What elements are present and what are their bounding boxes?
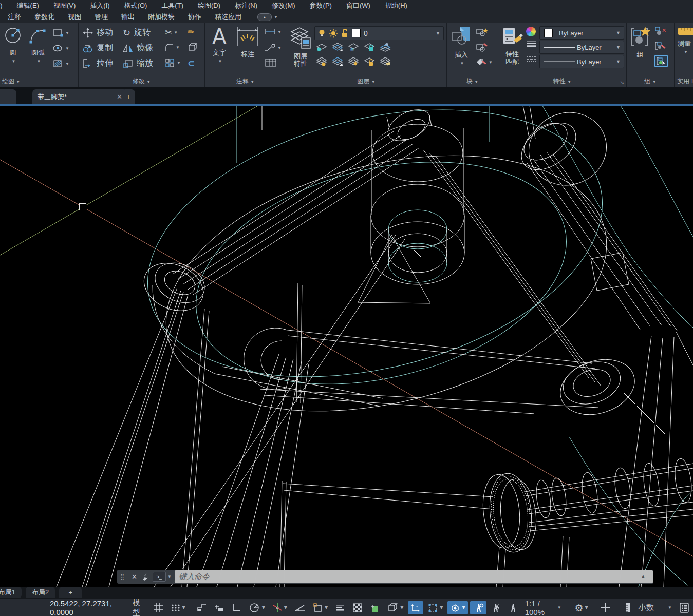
menu-edit[interactable]: 编辑(E) xyxy=(10,1,46,10)
ribbon-collapse-button[interactable]: ▲ xyxy=(257,13,272,21)
selection-filter-icon[interactable]: ▼ xyxy=(425,601,445,614)
new-layout-button[interactable]: + xyxy=(59,587,82,598)
explode-button[interactable] xyxy=(188,43,198,52)
menu-parametric[interactable]: 参数(P) xyxy=(303,1,339,10)
transparency-icon[interactable] xyxy=(350,601,365,614)
menu-modify[interactable]: 修改(M) xyxy=(265,1,303,10)
grid-icon[interactable] xyxy=(151,601,166,614)
ellipse-tool-button[interactable]: ▼ xyxy=(52,44,69,53)
menu-draw[interactable]: 绘图(D) xyxy=(191,1,228,10)
units-dropdown[interactable]: 小数▼ xyxy=(636,601,675,614)
lineweight-list-icon[interactable] xyxy=(526,41,536,49)
edit-group-button[interactable] xyxy=(654,41,667,51)
menu-format[interactable]: 格式(O) xyxy=(117,1,155,10)
layer-tools-row-1[interactable]: ❆ xyxy=(316,43,391,52)
arc-button[interactable]: 圆弧 ▼ xyxy=(27,26,49,64)
leader-button[interactable]: ▼ xyxy=(265,44,282,52)
object-snap-tracking-icon[interactable] xyxy=(292,601,308,614)
annotation-autoscale-icon[interactable] xyxy=(489,601,504,614)
panel-label-draw[interactable]: 绘图 ▼ xyxy=(0,77,80,86)
model-space-button[interactable]: 模型 xyxy=(130,601,148,614)
dynamic-input-icon[interactable] xyxy=(212,601,227,614)
circle-button[interactable]: 圆 ▼ xyxy=(2,26,24,64)
infer-constraints-icon[interactable] xyxy=(194,601,210,614)
tab-addins[interactable]: 附加模块 xyxy=(141,12,181,22)
tab-view[interactable]: 视图 xyxy=(61,12,88,22)
insert-button[interactable]: 插入 ▼ xyxy=(449,26,473,66)
group-selection-toggle[interactable] xyxy=(654,55,668,67)
create-block-button[interactable] xyxy=(476,27,488,37)
workspace-gear-icon[interactable]: ⚙▼ xyxy=(572,601,591,614)
trim-button[interactable]: ✂▼ xyxy=(165,27,178,37)
color-wheel-icon[interactable] xyxy=(526,27,536,36)
menu-view[interactable]: 视图(V) xyxy=(46,1,83,10)
match-properties-button[interactable]: 特性匹配 xyxy=(500,26,524,65)
top-stub[interactable] xyxy=(262,106,535,147)
panel-label-annotation[interactable]: 注释 ▼ xyxy=(205,77,286,86)
customization-icon[interactable] xyxy=(677,601,692,614)
menu-insert[interactable]: 插入(I) xyxy=(83,1,117,10)
tab-parametric[interactable]: 参数化 xyxy=(28,12,61,22)
fillet-button[interactable]: ▼ xyxy=(165,43,180,52)
copy-button[interactable]: 复制 xyxy=(83,43,113,53)
command-expand-icon[interactable]: ▲ xyxy=(641,573,646,579)
right-lug[interactable] xyxy=(553,351,665,434)
menu-tools[interactable]: 工具(T) xyxy=(154,1,191,10)
layer-tools-row-2[interactable] xyxy=(316,57,391,66)
snap-mode-icon[interactable]: ▼ xyxy=(168,601,188,614)
text-button[interactable]: A 文字 ▼ xyxy=(208,25,231,64)
palette-close-icon[interactable]: ✕ xyxy=(132,573,137,581)
polar-tracking-icon[interactable]: ▼ xyxy=(247,601,268,614)
layout1-tab[interactable]: 布局1 xyxy=(0,587,22,598)
dimension-button[interactable]: 标注 xyxy=(233,25,263,58)
command-input[interactable]: 键入命令 ▲ xyxy=(175,570,653,583)
edit-block-button[interactable] xyxy=(476,43,488,53)
tab-output[interactable]: 输出 xyxy=(115,12,141,22)
panel-label-utilities[interactable]: 实用工具 xyxy=(675,77,693,86)
annotation-scale-value[interactable]: 1:1 / 100%▼ xyxy=(522,601,564,614)
dynamic-ucs-icon[interactable] xyxy=(408,601,423,614)
new-drawing-tab-button[interactable]: + xyxy=(122,89,135,104)
tab-collaborate[interactable]: 协作 xyxy=(181,12,208,22)
menu-help[interactable]: 帮助(H) xyxy=(378,1,415,10)
object-color-dropdown[interactable]: ByLayer ▼ xyxy=(539,26,624,40)
isolate-objects-icon[interactable] xyxy=(597,601,613,614)
menu-dimension[interactable]: 标注(N) xyxy=(228,1,265,10)
tab-featured-apps[interactable]: 精选应用 xyxy=(208,12,248,22)
panel-label-layers[interactable]: 图层 ▼ xyxy=(286,77,446,86)
layer-dropdown[interactable]: 0 ▼ xyxy=(314,26,444,40)
tab-annotate[interactable]: 注释 xyxy=(1,12,28,22)
tab-manage[interactable]: 管理 xyxy=(88,12,115,22)
right-leg[interactable] xyxy=(513,106,693,587)
left-leg[interactable] xyxy=(57,235,405,587)
table-button[interactable] xyxy=(265,58,277,67)
menu-window[interactable]: 窗口(W) xyxy=(339,1,378,10)
command-line-palette[interactable]: ⣿ ✕ >_ ▼ 键入命令 ▲ xyxy=(117,570,653,584)
annotation-scale-icon[interactable] xyxy=(506,601,520,614)
command-history-caret[interactable]: ▼ xyxy=(167,574,172,579)
hatch-tool-button[interactable]: ▼ xyxy=(52,59,69,68)
layer-dropdown-caret[interactable]: ▼ xyxy=(436,31,440,36)
annotation-visibility-icon[interactable] xyxy=(470,601,486,614)
rotate-button[interactable]: ↻ 旋转 xyxy=(123,27,151,38)
array-button[interactable]: ▼ xyxy=(165,58,181,67)
knob-and-rod[interactable] xyxy=(280,457,693,587)
command-prompt-icon[interactable]: >_ xyxy=(153,572,166,582)
layer-properties-button[interactable]: 图层特性 xyxy=(288,26,313,67)
wrench-icon[interactable] xyxy=(141,573,149,581)
gizmo-icon[interactable]: ▼ xyxy=(447,601,467,614)
drawing-canvas[interactable] xyxy=(0,106,693,587)
file-tab-partial[interactable] xyxy=(0,89,16,104)
object-snap-icon[interactable]: ▼ xyxy=(310,601,330,614)
linear-dimension-button[interactable]: ▼ xyxy=(265,28,282,35)
stretch-button[interactable]: 拉伸 xyxy=(83,58,113,69)
plate-circles[interactable] xyxy=(120,106,693,587)
panel-label-properties[interactable]: 特性 ▼ xyxy=(498,77,626,86)
panel-label-block[interactable]: 块 ▼ xyxy=(447,77,498,86)
ungroup-button[interactable]: ✕ xyxy=(654,26,667,36)
isometric-drafting-icon[interactable]: ▼ xyxy=(270,601,290,614)
move-button[interactable]: 移动 xyxy=(83,27,113,38)
scale-button[interactable]: 缩放 xyxy=(123,58,153,69)
ribbon-collapse-caret[interactable]: ▼ xyxy=(274,15,278,20)
layout2-tab[interactable]: 布局2 xyxy=(26,587,55,598)
